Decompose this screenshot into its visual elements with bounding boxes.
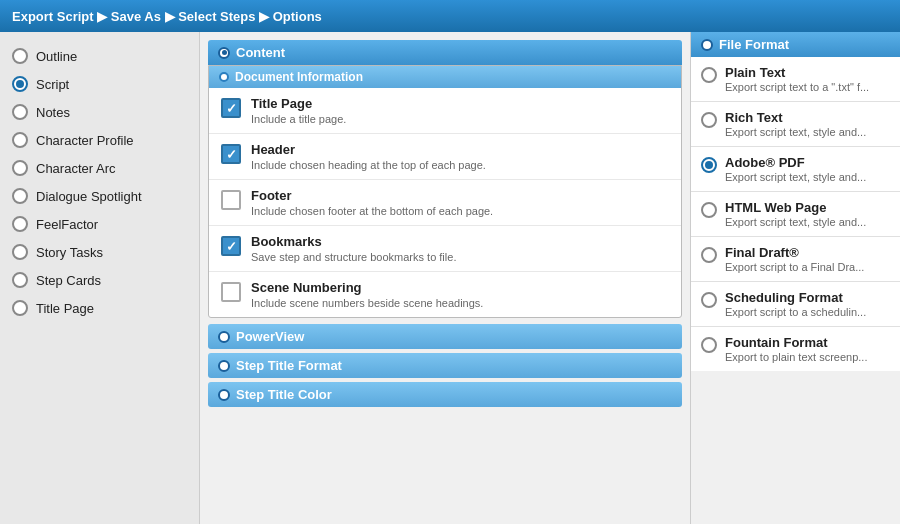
format-radio-html-web — [701, 202, 717, 218]
checkbox-footer[interactable] — [221, 190, 241, 210]
file-format-label: File Format — [719, 37, 789, 52]
content-section-header: Content — [208, 40, 682, 65]
check-text-title-page: Title PageInclude a title page. — [251, 96, 346, 125]
check-item-scene-numbering[interactable]: Scene NumberingInclude scene numbers bes… — [209, 272, 681, 317]
step-title-color-header[interactable]: Step Title Color — [208, 382, 682, 407]
check-desc-header: Include chosen heading at the top of eac… — [251, 159, 486, 171]
format-title-adobe-pdf: Adobe® PDF — [725, 155, 866, 170]
format-item-rich-text[interactable]: Rich TextExport script text, style and..… — [691, 102, 900, 147]
format-item-final-draft[interactable]: Final Draft®Export script to a Final Dra… — [691, 237, 900, 282]
breadcrumb-text: Export Script ▶ Save As ▶ Select Steps ▶… — [12, 9, 322, 24]
format-item-plain-text[interactable]: Plain TextExport script text to a ".txt"… — [691, 57, 900, 102]
sidebar-label-title-page: Title Page — [36, 301, 94, 316]
step-title-format-header[interactable]: Step Title Format — [208, 353, 682, 378]
check-text-bookmarks: BookmarksSave step and structure bookmar… — [251, 234, 456, 263]
format-text-adobe-pdf: Adobe® PDFExport script text, style and.… — [725, 155, 866, 183]
format-text-fountain: Fountain FormatExport to plain text scre… — [725, 335, 867, 363]
radio-feelfactor — [12, 216, 28, 232]
radio-dialogue-spotlight — [12, 188, 28, 204]
check-desc-footer: Include chosen footer at the bottom of e… — [251, 205, 493, 217]
sidebar-label-outline: Outline — [36, 49, 77, 64]
step-title-format-dot — [218, 360, 230, 372]
format-item-html-web[interactable]: HTML Web PageExport script text, style a… — [691, 192, 900, 237]
sidebar-item-title-page[interactable]: Title Page — [0, 294, 199, 322]
step-title-format-label: Step Title Format — [236, 358, 342, 373]
format-radio-final-draft — [701, 247, 717, 263]
checkbox-header[interactable] — [221, 144, 241, 164]
format-radio-plain-text — [701, 67, 717, 83]
checkbox-title-page[interactable] — [221, 98, 241, 118]
radio-step-cards — [12, 272, 28, 288]
center-panel: Content Document Information Title PageI… — [200, 32, 690, 524]
format-item-fountain[interactable]: Fountain FormatExport to plain text scre… — [691, 327, 900, 371]
format-title-html-web: HTML Web Page — [725, 200, 866, 215]
format-item-adobe-pdf[interactable]: Adobe® PDFExport script text, style and.… — [691, 147, 900, 192]
format-text-html-web: HTML Web PageExport script text, style a… — [725, 200, 866, 228]
radio-outline — [12, 48, 28, 64]
radio-character-arc — [12, 160, 28, 176]
content-dot — [218, 47, 230, 59]
format-title-scheduling: Scheduling Format — [725, 290, 866, 305]
format-title-final-draft: Final Draft® — [725, 245, 864, 260]
format-desc-rich-text: Export script text, style and... — [725, 126, 866, 138]
format-title-fountain: Fountain Format — [725, 335, 867, 350]
sidebar-label-feelfactor: FeelFactor — [36, 217, 98, 232]
right-panel: File Format Plain TextExport script text… — [690, 32, 900, 524]
breadcrumb-bar: Export Script ▶ Save As ▶ Select Steps ▶… — [0, 0, 900, 32]
sidebar-item-character-profile[interactable]: Character Profile — [0, 126, 199, 154]
format-items-container: Plain TextExport script text to a ".txt"… — [691, 57, 900, 371]
content-label: Content — [236, 45, 285, 60]
check-desc-bookmarks: Save step and structure bookmarks to fil… — [251, 251, 456, 263]
check-title-title-page: Title Page — [251, 96, 346, 111]
step-title-color-label: Step Title Color — [236, 387, 332, 402]
check-items-container: Title PageInclude a title page.HeaderInc… — [209, 88, 681, 317]
sidebar-label-notes: Notes — [36, 105, 70, 120]
radio-script — [12, 76, 28, 92]
check-title-bookmarks: Bookmarks — [251, 234, 456, 249]
format-text-rich-text: Rich TextExport script text, style and..… — [725, 110, 866, 138]
format-desc-adobe-pdf: Export script text, style and... — [725, 171, 866, 183]
content-box: Document Information Title PageInclude a… — [208, 65, 682, 318]
doc-info-label: Document Information — [235, 70, 363, 84]
check-item-title-page[interactable]: Title PageInclude a title page. — [209, 88, 681, 134]
check-item-bookmarks[interactable]: BookmarksSave step and structure bookmar… — [209, 226, 681, 272]
check-text-footer: FooterInclude chosen footer at the botto… — [251, 188, 493, 217]
powerview-header[interactable]: PowerView — [208, 324, 682, 349]
check-title-header: Header — [251, 142, 486, 157]
doc-info-subheader: Document Information — [209, 66, 681, 88]
check-desc-title-page: Include a title page. — [251, 113, 346, 125]
sidebar-label-character-profile: Character Profile — [36, 133, 134, 148]
checkbox-bookmarks[interactable] — [221, 236, 241, 256]
sidebar-item-dialogue-spotlight[interactable]: Dialogue Spotlight — [0, 182, 199, 210]
format-desc-html-web: Export script text, style and... — [725, 216, 866, 228]
check-text-header: HeaderInclude chosen heading at the top … — [251, 142, 486, 171]
format-desc-final-draft: Export script to a Final Dra... — [725, 261, 864, 273]
sidebar-item-story-tasks[interactable]: Story Tasks — [0, 238, 199, 266]
format-text-plain-text: Plain TextExport script text to a ".txt"… — [725, 65, 869, 93]
sidebar-label-script: Script — [36, 77, 69, 92]
sidebar-item-character-arc[interactable]: Character Arc — [0, 154, 199, 182]
radio-title-page — [12, 300, 28, 316]
format-radio-scheduling — [701, 292, 717, 308]
format-item-scheduling[interactable]: Scheduling FormatExport script to a sche… — [691, 282, 900, 327]
sidebar-item-script[interactable]: Script — [0, 70, 199, 98]
format-desc-scheduling: Export script to a schedulin... — [725, 306, 866, 318]
powerview-dot — [218, 331, 230, 343]
check-item-footer[interactable]: FooterInclude chosen footer at the botto… — [209, 180, 681, 226]
sidebar-item-step-cards[interactable]: Step Cards — [0, 266, 199, 294]
sidebar-item-notes[interactable]: Notes — [0, 98, 199, 126]
sidebar-label-character-arc: Character Arc — [36, 161, 115, 176]
radio-character-profile — [12, 132, 28, 148]
format-radio-rich-text — [701, 112, 717, 128]
radio-story-tasks — [12, 244, 28, 260]
check-desc-scene-numbering: Include scene numbers beside scene headi… — [251, 297, 483, 309]
check-title-scene-numbering: Scene Numbering — [251, 280, 483, 295]
sidebar-item-feelfactor[interactable]: FeelFactor — [0, 210, 199, 238]
sidebar-label-story-tasks: Story Tasks — [36, 245, 103, 260]
format-text-final-draft: Final Draft®Export script to a Final Dra… — [725, 245, 864, 273]
check-item-header[interactable]: HeaderInclude chosen heading at the top … — [209, 134, 681, 180]
checkbox-scene-numbering[interactable] — [221, 282, 241, 302]
sidebar-item-outline[interactable]: Outline — [0, 42, 199, 70]
sidebar-label-step-cards: Step Cards — [36, 273, 101, 288]
format-text-scheduling: Scheduling FormatExport script to a sche… — [725, 290, 866, 318]
